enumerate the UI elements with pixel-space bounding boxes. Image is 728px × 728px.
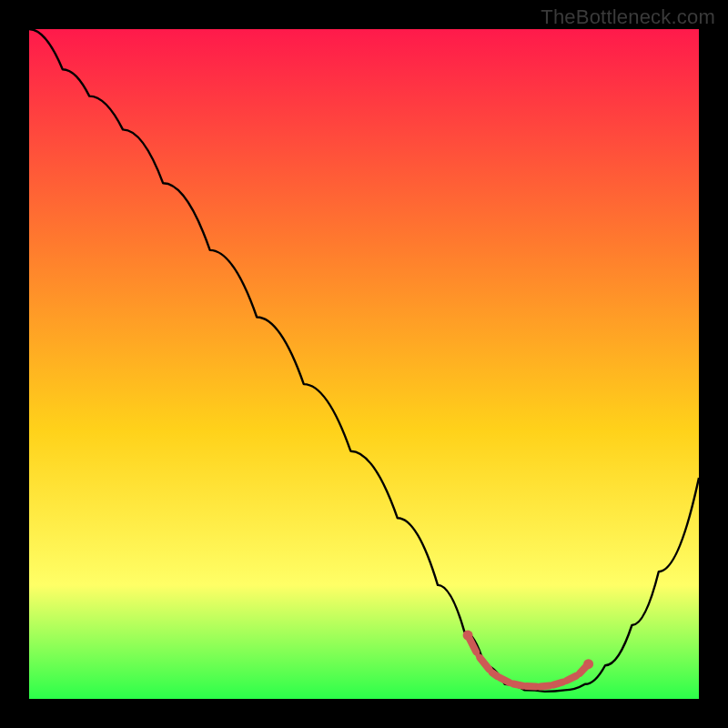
valley-dash <box>567 676 576 681</box>
valley-dash <box>513 684 522 686</box>
valley-dot <box>496 674 500 679</box>
valley-dot <box>562 679 567 683</box>
valley-dash <box>527 686 536 687</box>
valley-dash <box>500 678 509 682</box>
valley-dot <box>522 683 527 688</box>
valley-dot <box>509 682 513 686</box>
valley-dot <box>576 672 581 677</box>
watermark-text: TheBottleneck.com <box>541 5 715 29</box>
valley-dot <box>536 684 541 689</box>
valley-dash <box>541 686 550 687</box>
chart-plot <box>29 29 699 699</box>
valley-dot <box>550 683 554 688</box>
valley-dash <box>580 666 587 673</box>
valley-dash <box>553 682 562 685</box>
chart-frame: TheBottleneck.com <box>0 0 728 728</box>
valley-dot <box>476 653 480 658</box>
valley-dot <box>489 670 493 674</box>
gradient-background <box>29 29 699 699</box>
